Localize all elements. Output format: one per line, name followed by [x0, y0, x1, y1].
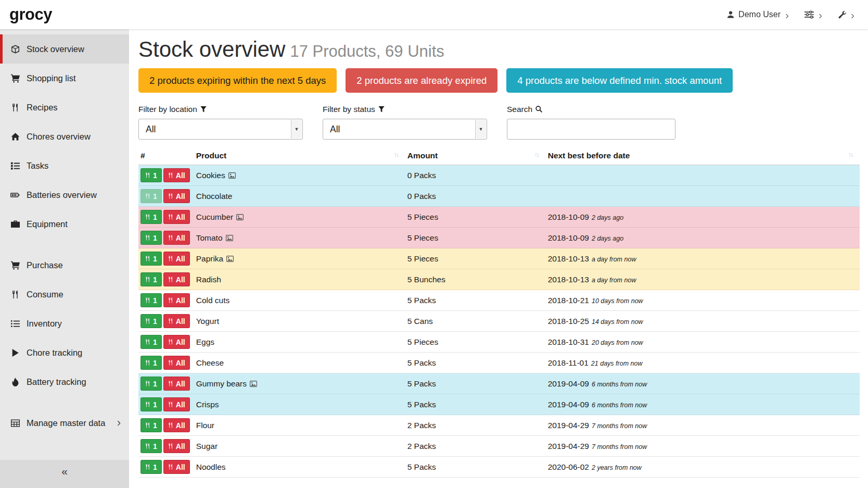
consume-one-button[interactable]: 1 — [141, 397, 162, 411]
column-header-next-best-before-date[interactable]: ↑↓Next best before date — [546, 147, 860, 165]
status-select[interactable]: All ▼ — [323, 119, 487, 140]
stock-row: 1AllCrisps5 Packs2019-04-096 months from… — [138, 394, 860, 415]
sidebar-item-batteries-overview[interactable]: Batteries overview — [0, 180, 129, 209]
utensils-icon — [10, 291, 20, 298]
consume-all-button[interactable]: All — [163, 397, 190, 411]
utensils-icon — [10, 104, 20, 111]
product-name: Crisps — [196, 400, 219, 409]
consume-one-button[interactable]: 1 — [141, 335, 162, 349]
chevron-right-icon: › — [851, 9, 854, 20]
sidebar-collapse-button[interactable]: « — [0, 460, 129, 488]
consume-all-button[interactable]: All — [163, 210, 190, 224]
table-header: #↑↓Product↑↓Amount↑↓Next best before dat… — [138, 147, 860, 165]
consume-one-button[interactable]: 1 — [141, 231, 162, 245]
column-header-amount[interactable]: ↑↓Amount — [405, 147, 546, 165]
sidebar-item-shopping-list[interactable]: Shopping list — [0, 64, 129, 93]
utensils-icon — [145, 381, 150, 386]
product-name: Radish — [196, 275, 221, 284]
consume-all-button[interactable]: All — [163, 189, 190, 203]
consume-one-button[interactable]: 1 — [141, 210, 162, 224]
location-select[interactable]: All ▼ — [138, 119, 303, 140]
sidebar-item-manage-master-data[interactable]: Manage master data› — [0, 408, 129, 437]
consume-one-button[interactable]: 1 — [141, 439, 162, 453]
app-logo[interactable]: grocy — [9, 5, 52, 24]
consume-all-button[interactable]: All — [163, 439, 190, 453]
consume-one-button[interactable]: 1 — [141, 293, 162, 307]
stock-table: #↑↓Product↑↓Amount↑↓Next best before dat… — [138, 147, 860, 478]
column-header-product[interactable]: ↑↓Product — [194, 147, 405, 165]
best-before-date: 2018-11-0121 days from now — [546, 353, 860, 373]
sidebar-item-purchase[interactable]: Purchase — [0, 251, 129, 280]
consume-all-button[interactable]: All — [163, 168, 190, 182]
product-amount: 2 Packs — [405, 415, 546, 436]
sidebar-item-chores-overview[interactable]: Chores overview — [0, 122, 129, 151]
consume-one-button[interactable]: 1 — [141, 252, 162, 266]
utensils-icon — [168, 402, 173, 407]
consume-one-button[interactable]: 1 — [141, 189, 162, 203]
consume-all-button[interactable]: All — [163, 293, 190, 307]
alert-warning[interactable]: 2 products expiring within the next 5 da… — [138, 68, 337, 93]
product-amount: 5 Packs — [405, 373, 546, 394]
date-relative-note: a day from now — [592, 277, 636, 284]
home-icon — [10, 132, 20, 141]
alert-info[interactable]: 4 products are below defined min. stock … — [506, 68, 733, 93]
consume-all-button[interactable]: All — [163, 252, 190, 266]
consume-one-button[interactable]: 1 — [141, 377, 162, 391]
sidebar-item-consume[interactable]: Consume — [0, 280, 129, 309]
best-before-date: 2019-04-096 months from now — [546, 373, 860, 394]
admin-menu[interactable]: › — [838, 9, 854, 20]
best-before-date: 2019-04-297 months from now — [546, 415, 860, 436]
best-before-date: 2018-10-2110 days from now — [546, 290, 860, 311]
product-name: Cold cuts — [196, 296, 230, 305]
product-name: Flour — [196, 421, 214, 430]
stock-row: 1AllPaprika5 Pieces2018-10-13a day from … — [138, 248, 860, 269]
main-content: Stock overview17 Products, 69 Units 2 pr… — [129, 29, 868, 488]
sidebar-item-battery-tracking[interactable]: Battery tracking — [0, 367, 129, 396]
consume-all-button[interactable]: All — [163, 231, 190, 245]
consume-all-button[interactable]: All — [163, 335, 190, 349]
sidebar-item-stock-overview[interactable]: Stock overview — [0, 34, 129, 64]
sliders-icon — [805, 10, 814, 19]
utensils-icon — [145, 256, 150, 261]
utensils-icon — [168, 360, 173, 366]
consume-all-button[interactable]: All — [163, 377, 190, 391]
date-relative-note: 6 months from now — [592, 381, 647, 388]
sidebar-item-tasks[interactable]: Tasks — [0, 151, 129, 180]
date-relative-note: 2 days ago — [592, 214, 623, 221]
page-subtitle: 17 Products, 69 Units — [290, 42, 444, 60]
status-filter: Filter by status All ▼ — [323, 104, 487, 140]
product-picture-icon — [228, 172, 236, 179]
consume-all-button[interactable]: All — [163, 314, 190, 328]
product-picture-icon — [236, 214, 244, 220]
settings-menu[interactable]: › — [805, 9, 822, 20]
utensils-icon — [145, 360, 150, 366]
user-name: Demo User — [738, 10, 781, 19]
consume-one-button[interactable]: 1 — [141, 418, 162, 432]
consume-all-button[interactable]: All — [163, 418, 190, 432]
consume-one-button[interactable]: 1 — [141, 272, 162, 286]
consume-all-button[interactable]: All — [163, 356, 190, 370]
product-amount: 5 Bunches — [405, 269, 546, 290]
sidebar-item-recipes[interactable]: Recipes — [0, 93, 129, 122]
search-input[interactable] — [507, 119, 675, 140]
consume-one-button[interactable]: 1 — [141, 356, 162, 370]
sidebar-item-equipment[interactable]: Equipment — [0, 209, 129, 239]
sort-icon: ↑↓ — [394, 151, 398, 158]
user-menu[interactable]: Demo User› — [726, 9, 789, 20]
consume-all-button[interactable]: All — [163, 460, 190, 474]
product-name: Cheese — [196, 358, 224, 367]
product-name: Cucumber — [196, 212, 234, 221]
page-title-text: Stock overview — [138, 37, 285, 61]
consume-all-button[interactable]: All — [163, 272, 190, 286]
consume-one-button[interactable]: 1 — [141, 314, 162, 328]
best-before-date: 2019-04-297 months from now — [546, 436, 860, 457]
utensils-icon — [145, 402, 150, 407]
product-amount: 5 Pieces — [405, 332, 546, 353]
consume-one-button[interactable]: 1 — [141, 168, 162, 182]
alert-danger[interactable]: 2 products are already expired — [346, 68, 497, 93]
consume-one-button[interactable]: 1 — [141, 460, 162, 474]
stock-row: 1AllCucumber5 Pieces2018-10-092 days ago — [138, 207, 860, 228]
product-name: Tomato — [196, 233, 223, 242]
sidebar-item-chore-tracking[interactable]: Chore tracking — [0, 338, 129, 367]
sidebar-item-inventory[interactable]: Inventory — [0, 309, 129, 338]
